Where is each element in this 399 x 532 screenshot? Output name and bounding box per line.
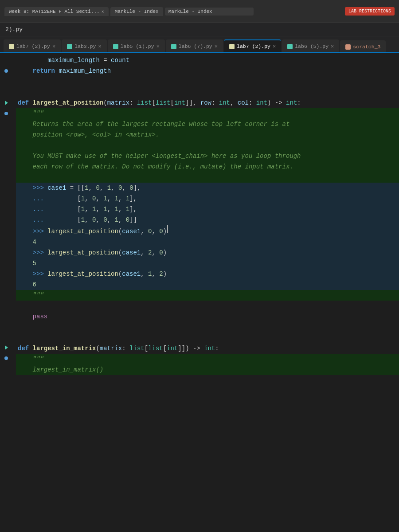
code-paren-close: ) -> xyxy=(267,98,286,108)
code-c1: , xyxy=(89,183,96,193)
gutter xyxy=(0,53,12,532)
tab-label-scratch: scratch_3 xyxy=(353,44,380,50)
code-result-4: 4 xyxy=(33,237,36,247)
code-line-27 xyxy=(16,332,399,343)
code-pass-kw: pass xyxy=(33,311,48,322)
filename-bar: 2).py xyxy=(0,23,399,36)
indent-7 xyxy=(18,119,33,129)
gutter-dot-6[interactable] xyxy=(4,112,8,115)
code-paren-open: ( xyxy=(103,98,107,108)
code-bracket3: ]], xyxy=(185,98,200,108)
indent-21 xyxy=(18,269,33,279)
code-colon5: : xyxy=(122,343,129,354)
code-c13: , xyxy=(85,215,92,225)
code-n4: 0 xyxy=(118,183,122,193)
code-c7: , xyxy=(107,193,115,204)
code-colon6: : xyxy=(215,343,219,354)
tab-lab7-2-main[interactable]: lab7 (2).py ✕ xyxy=(224,39,281,52)
code-line-16: ... [1, 0, 0, 1, 0]] xyxy=(16,215,399,225)
code-n5: 0 xyxy=(129,183,133,193)
code-spaces-14: [ xyxy=(59,193,81,204)
code-call-fn-2: largest_at_position xyxy=(47,247,118,258)
tab-label-lab5-1: lab5 (1).py xyxy=(121,43,154,49)
tab-close-lab6-7[interactable]: ✕ xyxy=(215,43,218,50)
tab-close-lab7-2-main[interactable]: ✕ xyxy=(273,43,276,50)
code-type-list3: list xyxy=(129,343,145,354)
code-maxlength-var: maximum_length xyxy=(47,55,100,66)
tab-close-lab3[interactable]: ✕ xyxy=(98,43,101,50)
indent-19 xyxy=(18,247,33,258)
code-paren-open-2: ( xyxy=(96,343,99,354)
gutter-dot-29[interactable] xyxy=(4,356,8,360)
code-return-kw: return xyxy=(33,66,55,76)
code-ellipsis-3: ... xyxy=(33,215,59,225)
browser-bar: Week 8: MAT12EHE F All Secti... ✕ MarkLl… xyxy=(0,0,399,23)
editor-area: maximum_length = count return maximum_le… xyxy=(0,53,399,532)
code-call-case1-2: case1 xyxy=(122,247,141,258)
code-doc-open: """ xyxy=(33,108,44,119)
indent-8 xyxy=(18,129,33,140)
tab-scratch[interactable]: scratch_3 xyxy=(340,40,386,52)
code-type-int3: int xyxy=(256,98,267,108)
code-n9: 1 xyxy=(115,193,118,204)
tab-close-lab7-2-left[interactable]: ✕ xyxy=(52,43,55,50)
gutter-item-21 xyxy=(0,268,12,278)
code-c9: , xyxy=(85,204,92,215)
tab-lab5-1[interactable]: lab5 (1).py ✕ xyxy=(108,39,165,52)
tab-lab6-5[interactable]: lab6 (5).py ✕ xyxy=(282,39,339,52)
indent-16 xyxy=(18,215,33,225)
indent-18 xyxy=(18,237,33,247)
code-ellipsis-2: ... xyxy=(33,204,59,215)
code-call-comma-4: , xyxy=(152,247,160,258)
code-line-24 xyxy=(16,301,399,311)
code-line-15: ... [1, 1, 1, 1, 1], xyxy=(16,204,399,215)
code-bracket1: [ xyxy=(152,98,156,108)
code-doc-line3: You MUST make use of the helper <longest… xyxy=(33,151,301,161)
code-line-6: """ xyxy=(16,108,399,119)
code-call-case1-1: case1 xyxy=(122,226,141,237)
indent-25 xyxy=(18,311,33,322)
code-param-row: row xyxy=(200,98,211,108)
code-n3: 1 xyxy=(107,183,111,193)
code-type-int4: int xyxy=(167,343,178,354)
gutter-item-18 xyxy=(0,236,12,246)
gutter-item-7 xyxy=(0,119,12,129)
gutter-arrow-28[interactable] xyxy=(5,345,8,350)
code-line-1: maximum_length = count xyxy=(16,55,399,66)
tab-close-lab5-1[interactable]: ✕ xyxy=(156,43,160,50)
lab-restrictions-button[interactable]: LAB RESTRICTIONS xyxy=(345,7,395,16)
code-line-3 xyxy=(16,76,399,87)
browser-tab-week8[interactable]: Week 8: MAT12EHE F All Secti... ✕ xyxy=(4,7,109,16)
code-call-case1-3: case1 xyxy=(122,269,141,279)
gutter-dot-2[interactable] xyxy=(4,69,8,73)
tab-close-lab6-5[interactable]: ✕ xyxy=(331,43,334,50)
indent-11 xyxy=(18,161,33,172)
code-n18: 0 xyxy=(103,215,107,225)
code-line-20: 5 xyxy=(16,258,399,269)
code-c11: , xyxy=(107,204,115,215)
code-call-2: 2 xyxy=(148,247,152,258)
code-n12: 1 xyxy=(92,204,96,215)
code-fn-name: largest_at_position xyxy=(33,98,104,108)
indent-22 xyxy=(18,279,33,290)
code-n11: 1 xyxy=(81,204,85,215)
code-line-18: 4 xyxy=(16,237,399,247)
code-c4: , xyxy=(122,183,129,193)
code-call-paren-close-2: ) xyxy=(163,247,167,258)
code-n2: 0 xyxy=(96,183,99,193)
browser-tab-week8-close[interactable]: ✕ xyxy=(102,9,104,14)
code-n6: 1 xyxy=(81,193,85,204)
tab-lab6-7[interactable]: lab6 (7).py ✕ xyxy=(166,39,223,52)
code-content[interactable]: maximum_length = count return maximum_le… xyxy=(12,53,399,532)
gutter-item-2 xyxy=(0,66,12,76)
code-prompt-1: >>> xyxy=(33,183,48,193)
gutter-item-15 xyxy=(0,204,12,215)
browser-tab-marklle[interactable]: MarkLle - Index xyxy=(110,7,163,16)
gutter-arrow-5[interactable] xyxy=(5,101,8,105)
code-line-7: Returns the area of the largest rectangl… xyxy=(16,119,399,129)
code-c15: , xyxy=(107,215,115,225)
tab-lab3[interactable]: lab3.py ✕ xyxy=(62,39,107,52)
code-comma1: , xyxy=(230,98,238,108)
tab-lab7-2-left[interactable]: lab7 (2).py ✕ xyxy=(4,39,61,52)
code-bracket2: [ xyxy=(171,98,174,108)
